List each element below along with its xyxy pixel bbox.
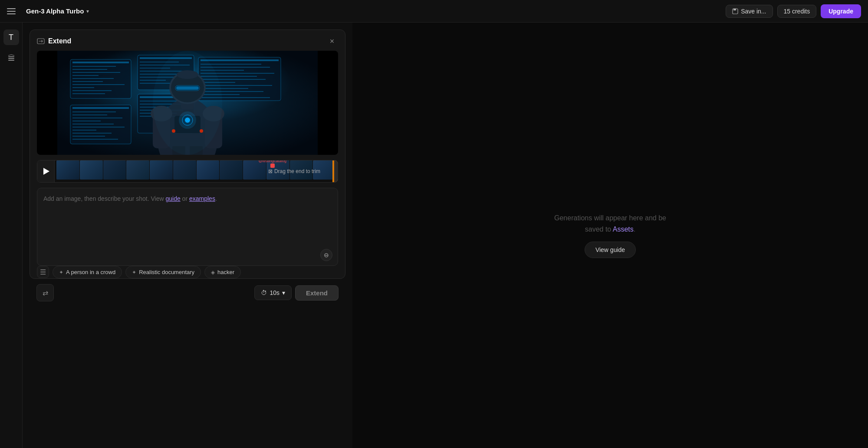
prompt-placeholder: Add an image, then describe your shot. V…: [43, 194, 332, 203]
assets-link[interactable]: Assets: [613, 226, 634, 233]
svg-rect-54: [72, 136, 105, 137]
model-name: Gen-3 Alpha Turbo: [26, 7, 84, 15]
play-button[interactable]: [37, 160, 55, 183]
prompt-area[interactable]: Add an image, then describe your shot. V…: [37, 188, 338, 266]
save-button[interactable]: Save in...: [726, 5, 773, 18]
svg-rect-46: [72, 111, 116, 112]
svg-rect-52: [72, 130, 96, 131]
chip-person-in-crowd[interactable]: ✦ A person in a crowd: [53, 266, 122, 278]
scrollbar[interactable]: [334, 160, 338, 183]
frame-thumb: [103, 160, 126, 180]
svg-rect-4: [8, 60, 14, 61]
extend-card-title: Extend: [37, 37, 71, 45]
svg-rect-49: [72, 121, 101, 121]
svg-rect-55: [72, 139, 118, 140]
examples-link[interactable]: examples: [189, 195, 215, 202]
guide-link[interactable]: guide: [165, 195, 180, 202]
video-preview: [37, 51, 338, 155]
model-selector[interactable]: Gen-3 Alpha Turbo ▾: [23, 6, 92, 16]
duration-label: 10s: [270, 289, 279, 296]
left-sidebar: T: [0, 23, 23, 448]
svg-rect-45: [72, 107, 129, 109]
extend-submit-button[interactable]: Extend: [295, 285, 339, 301]
layers-icon: [7, 54, 16, 62]
svg-rect-17: [72, 87, 94, 88]
svg-rect-15: [72, 81, 103, 82]
emoji-button[interactable]: ⊖: [320, 249, 332, 261]
topbar-right: Save in... 15 credits Upgrade: [726, 4, 861, 18]
text-tool-icon: T: [9, 33, 13, 42]
menu-icon[interactable]: [7, 6, 17, 16]
generations-line2: saved to: [585, 226, 613, 233]
play-icon: [43, 168, 49, 175]
sidebar-item-text[interactable]: T: [3, 29, 19, 45]
settings-button[interactable]: ⇄: [36, 284, 54, 301]
save-button-label: Save in...: [741, 8, 766, 15]
chevron-down-icon: ▾: [86, 8, 89, 14]
svg-rect-10: [72, 66, 116, 67]
list-chip[interactable]: ☰: [37, 266, 49, 278]
extend-card-icon: [37, 37, 45, 45]
chip-icon-1: ✦: [59, 269, 63, 275]
svg-rect-1: [733, 9, 736, 10]
svg-rect-48: [72, 118, 122, 118]
list-icon: ☰: [40, 268, 46, 276]
credits-label: 15 credits: [784, 8, 810, 15]
chip-icon-2: ✦: [132, 269, 136, 275]
view-guide-button[interactable]: View guide: [585, 242, 636, 258]
settings-icon: ⇄: [43, 289, 48, 297]
frame-thumb: [220, 160, 243, 180]
extend-card: Extend ×: [30, 29, 345, 279]
topbar: Gen-3 Alpha Turbo ▾ Save in... 15 credit…: [0, 0, 868, 23]
chip-label-2: Realistic documentary: [139, 269, 194, 275]
timeline-track[interactable]: @testingcatalog: [55, 160, 338, 182]
generations-message: Generations will appear here and be save…: [554, 213, 666, 235]
chip-icon-3: ◈: [211, 269, 215, 275]
duration-clock-icon: ⏱: [261, 289, 267, 296]
prompt-placeholder-text: Add an image, then describe your shot. V…: [43, 195, 165, 202]
close-icon: ×: [330, 37, 335, 46]
svg-rect-9: [72, 62, 129, 63]
marker-label: @testingcatalog: [258, 160, 286, 163]
timeline-marker: @testingcatalog: [258, 160, 286, 168]
svg-rect-51: [72, 127, 125, 128]
extend-card-title-text: Extend: [48, 37, 71, 45]
bottom-action-bar: ⇄ ⏱ 10s ▾ Extend: [36, 284, 339, 301]
svg-rect-53: [72, 133, 112, 134]
extend-card-header: Extend ×: [30, 30, 345, 51]
upgrade-label: Upgrade: [829, 8, 853, 15]
frame-thumb: [197, 160, 220, 180]
right-actions: ⏱ 10s ▾ Extend: [254, 285, 339, 301]
close-button[interactable]: ×: [326, 35, 338, 47]
svg-rect-13: [72, 75, 99, 76]
marker-dot: [270, 164, 275, 168]
prompt-period: .: [215, 195, 217, 202]
svg-rect-47: [72, 114, 107, 115]
emoji-icon: ⊖: [324, 252, 329, 258]
svg-rect-3: [8, 58, 14, 59]
svg-rect-11: [72, 69, 107, 70]
timeline-frames: [56, 160, 336, 180]
duration-chevron-icon: ▾: [282, 289, 285, 296]
frame-thumb: [173, 160, 196, 180]
frame-thumb: [56, 160, 79, 180]
frame-thumb: [290, 160, 313, 180]
frame-thumb: [150, 160, 173, 180]
upgrade-button[interactable]: Upgrade: [821, 4, 861, 18]
generations-period: .: [634, 226, 635, 233]
svg-rect-14: [72, 78, 114, 79]
chip-label-3: hacker: [217, 269, 234, 275]
duration-selector[interactable]: ⏱ 10s ▾: [254, 285, 292, 300]
suggestion-chips: ☰ ✦ A person in a crowd ✦ Realistic docu…: [37, 266, 338, 278]
save-icon: [732, 8, 738, 14]
timeline-bar: @testingcatalog: [37, 160, 338, 183]
chip-realistic-documentary[interactable]: ✦ Realistic documentary: [125, 266, 201, 278]
chip-hacker[interactable]: ◈ hacker: [204, 266, 241, 278]
sidebar-item-layers[interactable]: [3, 50, 19, 66]
view-guide-label: View guide: [595, 246, 625, 253]
prompt-actions: ⊖: [320, 249, 332, 261]
svg-rect-19: [72, 93, 105, 94]
svg-rect-50: [72, 124, 114, 124]
generations-line1: Generations will appear here and be: [554, 214, 666, 222]
robot-image: [37, 51, 338, 155]
